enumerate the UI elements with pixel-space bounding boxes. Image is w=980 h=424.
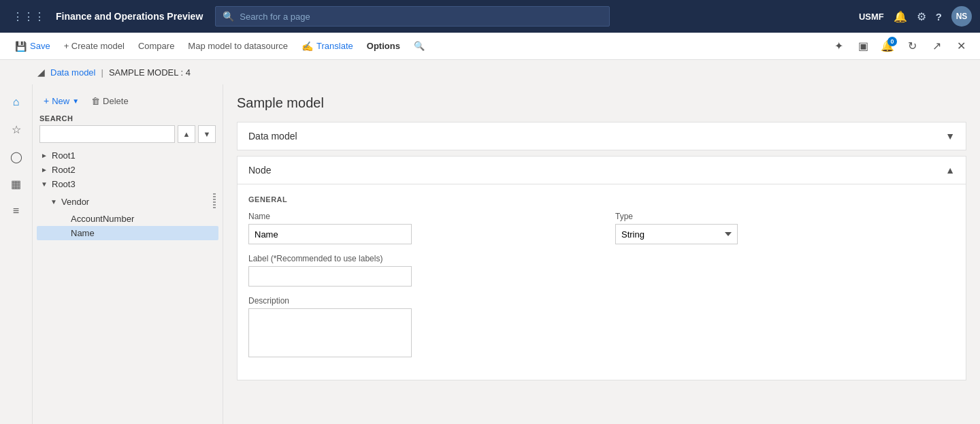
data-model-chevron-icon: ▼ [945, 131, 955, 142]
toolbar-search-button[interactable]: 🔍 [407, 33, 431, 60]
node-accordion-content: GENERAL Name Label (*Recommended to use … [238, 184, 966, 380]
sidebar-star-icon[interactable]: ☆ [4, 117, 29, 142]
left-panel: + New ▼ 🗑 Delete SEARCH ▲ ▼ ► Root1 [33, 84, 223, 424]
new-chevron-icon: ▼ [72, 97, 79, 105]
sidebar-clock-icon[interactable]: ◯ [4, 144, 29, 169]
sidebar-home-icon[interactable]: ⌂ [4, 90, 29, 114]
tree-toggle-root1[interactable]: ► [39, 151, 49, 161]
close-button[interactable]: ✕ [950, 35, 972, 57]
tree-spacer-name [59, 229, 68, 238]
search-row: ▲ ▼ [39, 125, 216, 143]
global-search-box[interactable]: 🔍 [215, 6, 610, 27]
name-label: Name [248, 212, 588, 221]
settings-panel-icon[interactable]: ✦ [828, 35, 849, 57]
translate-icon: ✍ [301, 41, 313, 52]
delete-trash-icon: 🗑 [91, 96, 100, 106]
main-layout: ⌂ ☆ ◯ ▦ ≡ + New ▼ 🗑 Delete SEARCH ▲ ▼ [0, 84, 980, 424]
description-textarea[interactable] [248, 308, 412, 357]
compare-button[interactable]: Compare [131, 33, 181, 60]
delete-button[interactable]: 🗑 Delete [87, 93, 133, 109]
form-col-left: Name Label (*Recommended to use labels) … [248, 212, 588, 369]
data-model-accordion-header[interactable]: Data model ▼ [238, 123, 966, 150]
save-icon: 💾 [15, 41, 27, 52]
label-field-label: Label (*Recommended to use labels) [248, 254, 588, 263]
sidebar-icons: ⌂ ☆ ◯ ▦ ≡ [0, 84, 33, 424]
create-model-button[interactable]: + Create model [57, 33, 131, 60]
top-navigation: ⋮⋮⋮ Finance and Operations Preview 🔍 USM… [0, 0, 980, 33]
tree-label-vendor: Vendor [61, 197, 89, 207]
type-select[interactable]: String Integer Real Date Boolean Contain… [615, 224, 738, 244]
breadcrumb-current: SAMPLE MODEL : 4 [109, 67, 191, 78]
save-button[interactable]: 💾 Save [8, 33, 57, 60]
tree-item-root3[interactable]: ▼ Root3 [37, 177, 218, 191]
top-nav-right-area: USMF 🔔 ⚙ ? NS [859, 6, 972, 27]
tree-toggle-vendor[interactable]: ▼ [49, 197, 59, 206]
tree-item-accountnumber[interactable]: AccountNumber [37, 212, 218, 226]
notification-badge: 0 [887, 37, 897, 46]
help-icon[interactable]: ? [936, 11, 942, 22]
search-up-button[interactable]: ▲ [178, 125, 195, 143]
map-model-button[interactable]: Map model to datasource [181, 33, 295, 60]
tree-item-name[interactable]: Name [37, 226, 218, 240]
search-input[interactable] [240, 12, 602, 22]
app-title: Finance and Operations Preview [56, 11, 203, 22]
apps-grid-icon[interactable]: ⋮⋮⋮ [8, 6, 49, 27]
company-code: USMF [859, 12, 884, 22]
tree-item-root2[interactable]: ► Root2 [37, 163, 218, 177]
sidebar-list-icon[interactable]: ≡ [4, 199, 29, 223]
tree-toggle-root2[interactable]: ► [39, 165, 49, 175]
search-label: SEARCH [39, 114, 216, 123]
options-button[interactable]: Options [360, 33, 407, 60]
tree-item-vendor[interactable]: ▼ Vendor [37, 191, 218, 212]
avatar[interactable]: NS [951, 6, 972, 27]
general-section-label: GENERAL [248, 195, 955, 203]
breadcrumb-bar: ◢ Data model | SAMPLE MODEL : 4 [0, 60, 980, 84]
tree-search-input[interactable] [39, 125, 175, 143]
open-new-tab-button[interactable]: ↗ [926, 35, 947, 57]
drag-handle-vendor [213, 193, 216, 210]
panel-actions: + New ▼ 🗑 Delete [33, 90, 223, 114]
form-row-main: Name Label (*Recommended to use labels) … [248, 212, 955, 369]
search-icon: 🔍 [223, 11, 234, 22]
toolbar-right-area: ✦ ▣ 🔔 0 ↻ ↗ ✕ [828, 35, 972, 57]
tree-label-name: Name [71, 228, 95, 238]
label-form-group: Label (*Recommended to use labels) [248, 254, 588, 287]
breadcrumb-parent[interactable]: Data model [50, 67, 95, 78]
translate-button[interactable]: ✍ Translate [295, 33, 360, 60]
node-accordion-header[interactable]: Node ▲ [238, 157, 966, 184]
node-label: Node [248, 165, 271, 176]
form-col-right: Type String Integer Real Date Boolean Co… [615, 212, 955, 369]
tree-label-accountnumber: AccountNumber [71, 214, 134, 224]
refresh-button[interactable]: ↻ [901, 35, 923, 57]
name-form-group: Name [248, 212, 588, 244]
tree-spacer-accountnumber [59, 214, 68, 224]
tree-item-root1[interactable]: ► Root1 [37, 148, 218, 163]
type-label: Type [615, 212, 955, 221]
node-accordion: Node ▲ GENERAL Name Label (*Recommended … [237, 156, 966, 380]
tree-label-root3: Root3 [52, 179, 76, 189]
toolbar: 💾 Save + Create model Compare Map model … [0, 33, 980, 60]
tree-toggle-root3[interactable]: ▼ [39, 180, 49, 189]
page-title: Sample model [237, 95, 966, 111]
sidebar-table-icon[interactable]: ▦ [4, 172, 29, 196]
description-label: Description [248, 296, 588, 306]
new-button[interactable]: + New ▼ [39, 93, 83, 109]
tree-label-root1: Root1 [52, 150, 76, 161]
search-down-button[interactable]: ▼ [198, 125, 216, 143]
node-chevron-icon: ▲ [945, 165, 955, 176]
type-form-group: Type String Integer Real Date Boolean Co… [615, 212, 955, 244]
layout-icon[interactable]: ▣ [852, 35, 874, 57]
notifications-panel-button[interactable]: 🔔 0 [877, 35, 898, 57]
filter-icon: ◢ [37, 67, 45, 78]
new-plus-icon: + [44, 95, 49, 106]
label-input[interactable] [248, 266, 412, 287]
notifications-icon[interactable]: 🔔 [894, 10, 907, 23]
data-model-accordion: Data model ▼ [237, 122, 966, 150]
description-form-group: Description [248, 296, 588, 359]
settings-icon[interactable]: ⚙ [917, 10, 926, 23]
right-content: Sample model Data model ▼ Node ▲ GENERAL [223, 84, 980, 424]
search-section: SEARCH ▲ ▼ [33, 114, 223, 148]
name-input[interactable] [248, 224, 412, 244]
breadcrumb-separator: | [101, 67, 103, 78]
tree: ► Root1 ► Root2 ▼ Root3 ▼ Vendor A [33, 148, 223, 240]
